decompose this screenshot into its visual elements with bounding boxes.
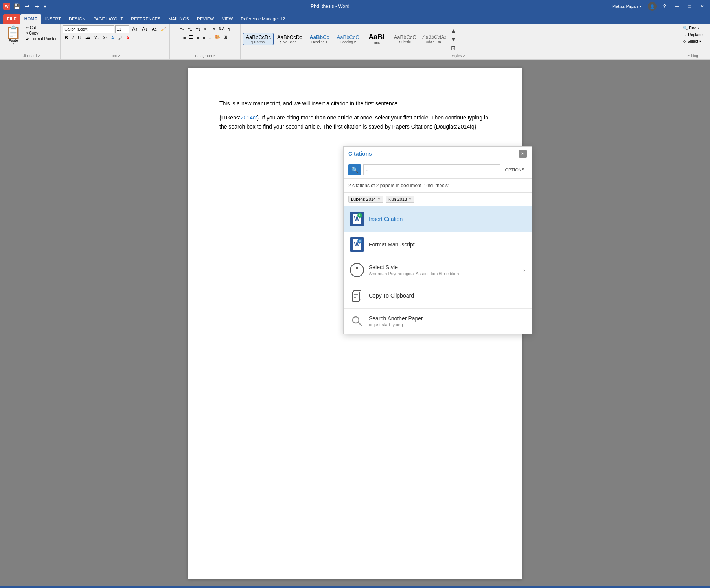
- font-expand-icon[interactable]: ↗: [118, 54, 120, 58]
- quote-icon: ": [350, 263, 364, 277]
- clipboard-expand-icon[interactable]: ↗: [37, 54, 40, 58]
- select-label: Select: [687, 39, 698, 44]
- bullets-btn[interactable]: ≡•: [178, 25, 185, 33]
- align-right-btn[interactable]: ≡: [195, 33, 200, 41]
- menu-copy-to-clipboard[interactable]: Copy To Clipboard: [344, 283, 532, 309]
- dialog-search-input[interactable]: [363, 164, 500, 175]
- dialog-close-button[interactable]: ✕: [519, 150, 527, 158]
- align-center-btn[interactable]: ☰: [188, 33, 195, 41]
- font-color-btn[interactable]: A: [125, 35, 131, 41]
- text-effects-btn[interactable]: A: [110, 35, 116, 41]
- italic-button[interactable]: I: [71, 34, 75, 41]
- tab-design[interactable]: DESIGN: [65, 14, 89, 24]
- citation-ref-1[interactable]: 2014ct: [241, 114, 257, 121]
- tag-kuh-remove[interactable]: ✕: [408, 197, 412, 202]
- paragraph-2[interactable]: {Lukens:2014ct}. If you are citing more …: [219, 113, 491, 131]
- style-subtitle[interactable]: AaBbCcC Subtitle: [391, 33, 419, 46]
- search-another-icon: [350, 314, 364, 328]
- styles-group: AaBbCcDc ¶ Normal AaBbCcDc ¶ No Spac... …: [241, 24, 677, 59]
- tab-home[interactable]: HOME: [20, 14, 41, 24]
- menu-search-another-paper[interactable]: Search Another Paper or just start typin…: [344, 309, 532, 334]
- customize-qa-btn[interactable]: ▾: [42, 2, 48, 10]
- styles-more[interactable]: ⊡: [450, 44, 457, 52]
- tab-insert[interactable]: INSERT: [41, 14, 65, 24]
- decrease-indent-btn[interactable]: ⇤: [202, 25, 209, 33]
- tab-mailings[interactable]: MAILINGS: [164, 14, 193, 24]
- window-controls: Matias Piipari ▾ 👤 ? ─ □ ✕: [612, 2, 707, 11]
- change-case-btn[interactable]: Aa: [150, 26, 158, 32]
- tag-lukens-remove[interactable]: ✕: [377, 197, 381, 202]
- increase-indent-btn[interactable]: ⇥: [210, 25, 216, 33]
- dialog-search-button[interactable]: 🔍: [348, 164, 361, 175]
- multilevel-list-btn[interactable]: ≡↓: [194, 25, 202, 33]
- superscript-button[interactable]: X²: [101, 35, 109, 41]
- find-dropdown-icon: ▾: [698, 26, 699, 30]
- copy-button[interactable]: ⎘ Copy: [24, 31, 58, 36]
- format-painter-button[interactable]: 🖌 Format Painter: [24, 36, 58, 41]
- style-normal[interactable]: AaBbCcDc ¶ Normal: [243, 33, 274, 46]
- save-qa-btn[interactable]: 💾: [12, 2, 22, 10]
- find-icon: 🔍: [683, 26, 688, 30]
- tab-reference-manager[interactable]: Reference Manager 12: [237, 14, 289, 24]
- paragraph-1[interactable]: This is a new manuscript, and we will in…: [219, 99, 491, 108]
- minimize-btn[interactable]: ─: [672, 2, 682, 11]
- font-family-select[interactable]: [63, 25, 114, 33]
- font-size-select[interactable]: [115, 25, 129, 33]
- menu-format-manuscript[interactable]: W ≡ Format Manuscript: [344, 232, 532, 257]
- borders-btn[interactable]: ⊞: [222, 33, 229, 41]
- document-page: This is a new manuscript, and we will in…: [188, 68, 522, 579]
- subscript-button[interactable]: X₂: [93, 35, 100, 41]
- paragraph-group: ≡• ≡1 ≡↓ ⇤ ⇥ ⇅A ¶ ≡ ☰ ≡ ≡ ↕ 🎨 ⊞ Paragrap…: [170, 24, 241, 59]
- search-another-subtext: or just start typing: [369, 322, 423, 327]
- word-app-icon: W: [3, 3, 10, 10]
- style-heading2[interactable]: AaBbCcC Heading 2: [334, 33, 362, 46]
- show-formatting-btn[interactable]: ¶: [226, 25, 232, 33]
- search-another-text-block: Search Another Paper or just start typin…: [369, 315, 423, 327]
- tab-review[interactable]: REVIEW: [193, 14, 218, 24]
- strikethrough-button[interactable]: ab: [84, 35, 92, 41]
- decrease-font-btn[interactable]: A↓: [140, 26, 149, 33]
- find-button[interactable]: 🔍 Find ▾: [681, 25, 701, 31]
- underline-button[interactable]: U: [76, 34, 83, 41]
- replace-button[interactable]: ↔ Replace: [681, 32, 704, 38]
- undo-qa-btn[interactable]: ↩: [23, 2, 31, 10]
- replace-icon: ↔: [683, 33, 687, 37]
- sort-btn[interactable]: ⇅A: [217, 25, 226, 33]
- redo-qa-btn[interactable]: ↪: [33, 2, 40, 10]
- tab-view[interactable]: VIEW: [218, 14, 237, 24]
- paragraph-expand-icon[interactable]: ↗: [212, 54, 215, 58]
- tab-page-layout[interactable]: PAGE LAYOUT: [89, 14, 127, 24]
- style-heading1[interactable]: AaBbCc Heading 1: [306, 33, 333, 46]
- restore-btn[interactable]: □: [685, 2, 694, 11]
- increase-font-btn[interactable]: A↑: [131, 26, 139, 33]
- help-btn[interactable]: ?: [660, 2, 669, 11]
- tag-kuh: Kuh 2013 ✕: [386, 196, 414, 203]
- line-spacing-btn[interactable]: ↕: [207, 33, 213, 41]
- clear-format-btn[interactable]: 🧹: [159, 26, 167, 32]
- text-highlight-btn[interactable]: 🖊: [117, 35, 124, 41]
- select-style-arrow: ›: [523, 267, 525, 273]
- style-subtle-em[interactable]: AaBbCcDa Subtle Em...: [420, 33, 449, 45]
- cut-button[interactable]: ✂ Cut: [24, 25, 58, 30]
- dialog-options-button[interactable]: OPTIONS: [502, 167, 527, 173]
- justify-btn[interactable]: ≡: [201, 33, 207, 41]
- close-btn[interactable]: ✕: [697, 2, 707, 11]
- menu-select-style[interactable]: " Select Style American Psychological As…: [344, 257, 532, 283]
- styles-scroll-up[interactable]: ▲: [450, 27, 457, 35]
- shading-btn[interactable]: 🎨: [213, 33, 222, 41]
- style-no-spacing[interactable]: AaBbCcDc ¶ No Spac...: [274, 33, 305, 46]
- menu-insert-citation[interactable]: W + Insert Citation: [344, 206, 532, 232]
- styles-scroll-down[interactable]: ▼: [450, 35, 457, 43]
- style-title[interactable]: AaBI Title: [363, 32, 390, 47]
- tab-references[interactable]: REFERENCES: [127, 14, 164, 24]
- numbering-btn[interactable]: ≡1: [186, 25, 194, 33]
- bold-button[interactable]: B: [63, 34, 70, 41]
- tab-file[interactable]: FILE: [3, 14, 20, 24]
- select-button[interactable]: ⊹ Select ▾: [681, 39, 703, 44]
- styles-expand-icon[interactable]: ↗: [462, 54, 465, 58]
- align-left-btn[interactable]: ≡: [182, 33, 187, 41]
- app-title: Phd_thesis - Word: [48, 4, 612, 9]
- style-heading1-label: Heading 1: [311, 40, 327, 44]
- select-style-text-block: Select Style American Psychological Asso…: [369, 264, 459, 276]
- paste-button[interactable]: 📋 Paste ▾: [4, 25, 23, 52]
